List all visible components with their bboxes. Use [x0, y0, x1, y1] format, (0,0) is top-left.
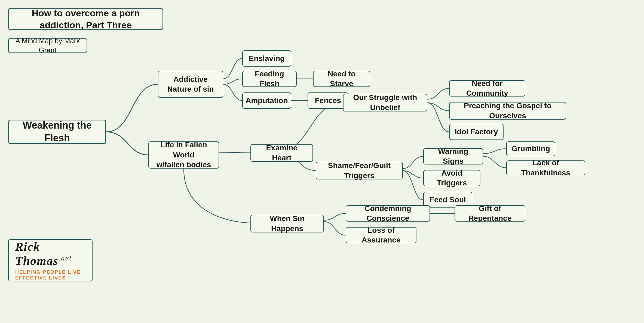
idol-factory-label: Idol Factory — [455, 127, 498, 137]
grumbling-node: Grumbling — [506, 141, 555, 156]
amputation-label: Amputation — [246, 96, 288, 105]
logo-box: Rick Thomas.net HELPING PEOPLE LIVE EFFE… — [8, 239, 93, 281]
addictive-node: Addictive Nature of sin — [158, 71, 223, 98]
logo-tagline: HELPING PEOPLE LIVE EFFECTIVE LIVES — [15, 269, 85, 281]
fences-label: Fences — [315, 96, 341, 105]
fences-node: Fences — [308, 92, 348, 109]
root-node: Weakening the Flesh — [8, 120, 106, 144]
gift-repentance-node: Gift of Repentance — [455, 205, 525, 222]
enslaving-node: Enslaving — [242, 50, 291, 67]
need-community-node: Need for Community — [449, 80, 525, 97]
feeding-flesh-label: Feeding Flesh — [248, 69, 291, 89]
logo-name: Rick Thomas.net — [15, 240, 85, 268]
grumbling-label: Grumbling — [511, 144, 550, 154]
warning-signs-node: Warning Signs — [423, 148, 483, 164]
preaching-gospel-node: Preaching the Gospel to Ourselves — [449, 102, 566, 120]
avoid-triggers-node: Avoid Triggers — [423, 170, 480, 186]
life-fallen-node: Life in Fallen World w/fallen bodies — [148, 141, 219, 169]
need-to-starve-node: Need to Starve — [313, 71, 370, 87]
lack-thankfulness-label: Lack of Thankfulness — [512, 158, 580, 178]
preaching-gospel-label: Preaching the Gospel to Ourselves — [455, 101, 561, 121]
feeding-flesh-node: Feeding Flesh — [242, 71, 297, 87]
when-sin-label: When Sin Happens — [256, 214, 318, 234]
shame-fear-node: Shame/Fear/Guilt Triggers — [316, 162, 403, 179]
condemning-conscience-node: Condemning Conscience — [346, 205, 430, 222]
title-node: How to overcome a porn addiction, Part T… — [8, 8, 163, 30]
mind-map: How to overcome a porn addiction, Part T… — [0, 0, 644, 323]
our-struggle-node: Our Struggle with Unbelief — [343, 94, 427, 111]
shame-fear-label: Shame/Fear/Guilt Triggers — [321, 161, 397, 181]
title-text: How to overcome a porn addiction, Part T… — [14, 7, 158, 31]
idol-factory-node: Idol Factory — [449, 124, 504, 140]
enslaving-label: Enslaving — [249, 54, 285, 63]
when-sin-node: When Sin Happens — [250, 215, 324, 232]
lack-thankfulness-node: Lack of Thankfulness — [506, 160, 585, 175]
gift-repentance-label: Gift of Repentance — [460, 204, 520, 223]
amputation-node: Amputation — [242, 92, 291, 109]
addictive-label: Addictive Nature of sin — [167, 74, 214, 94]
need-to-starve-label: Need to Starve — [318, 69, 365, 89]
examine-heart-node: Examine Heart — [250, 144, 313, 162]
subtitle-node: A Mind Map by Mark Grant — [8, 38, 87, 53]
examine-heart-label: Examine Heart — [256, 143, 308, 163]
loss-assurance-node: Loss of Assurance — [346, 227, 416, 243]
subtitle-text: A Mind Map by Mark Grant — [14, 36, 82, 55]
loss-assurance-label: Loss of Assurance — [351, 225, 411, 245]
condemning-conscience-label: Condemning Conscience — [351, 204, 425, 223]
avoid-triggers-label: Avoid Triggers — [429, 168, 475, 188]
need-community-label: Need for Community — [455, 79, 520, 98]
life-fallen-label: Life in Fallen World w/fallen bodies — [154, 140, 214, 170]
our-struggle-label: Our Struggle with Unbelief — [348, 93, 422, 113]
warning-signs-label: Warning Signs — [429, 147, 478, 166]
root-label: Weakening the Flesh — [17, 119, 97, 145]
